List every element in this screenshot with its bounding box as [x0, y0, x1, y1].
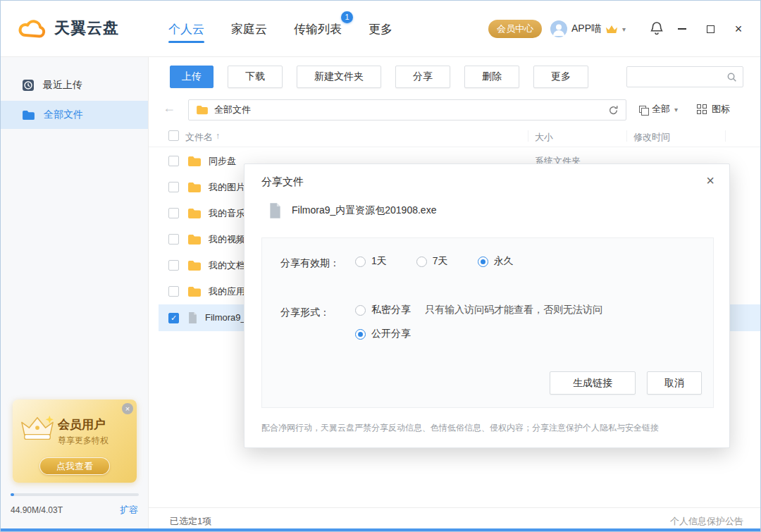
radio-option-1day[interactable]: 1天: [355, 255, 387, 268]
storage-progress-fill: [11, 493, 14, 496]
back-arrow-icon: ←: [163, 101, 175, 115]
close-button[interactable]: ×: [729, 20, 748, 37]
expand-storage-link[interactable]: 扩容: [120, 504, 138, 516]
radio-label: 1天: [371, 255, 387, 268]
new-folder-button[interactable]: 新建文件夹: [297, 66, 381, 88]
select-all-checkbox[interactable]: [168, 130, 179, 141]
nav-tab-label: 更多: [369, 23, 392, 36]
notifications-bell-button[interactable]: [650, 21, 663, 38]
dialog-close-button[interactable]: ×: [701, 171, 719, 190]
selection-count-text: 已选定1项: [170, 515, 211, 528]
main-nav: 个人云 家庭云 传输列表 1 更多: [167, 1, 394, 57]
row-checkbox[interactable]: [168, 260, 179, 271]
share-options-box: 分享有效期： 1天 7天 永久 分享形式： 私密分享 只有输: [261, 237, 714, 408]
close-icon: ×: [735, 22, 743, 37]
sidebar-item-recent-uploads[interactable]: 最近上传: [1, 71, 148, 99]
share-button[interactable]: 分享: [395, 66, 450, 88]
column-label: 文件名: [185, 131, 213, 144]
dialog-file-row: Filmora9_内置资源包201908.exe: [268, 202, 436, 219]
row-checkbox[interactable]: [168, 182, 179, 192]
more-button[interactable]: 更多: [533, 66, 588, 88]
radio-option-private-share[interactable]: 私密分享 只有输入访问码才能查看，否则无法访问: [355, 304, 602, 316]
minimize-icon: [678, 28, 686, 30]
current-path-text: 全部文件: [214, 104, 602, 116]
maximize-button[interactable]: [701, 20, 719, 37]
view-mode-toggle[interactable]: 图标: [697, 103, 730, 116]
view-mode-label: 图标: [712, 103, 730, 116]
row-checkbox[interactable]: [168, 286, 179, 297]
folder-icon: [187, 234, 202, 245]
close-icon: ×: [125, 404, 130, 413]
file-name: 我的文档: [209, 259, 245, 272]
shared-file-name: Filmora9_内置资源包201908.exe: [292, 204, 436, 217]
file-name: 同步盘: [209, 155, 236, 168]
close-icon: ×: [706, 173, 714, 188]
crown-graphic-icon: [20, 414, 55, 445]
member-center-button[interactable]: 会员中心: [488, 20, 542, 38]
bell-icon: [650, 21, 663, 35]
radio-option-forever[interactable]: 永久: [478, 255, 514, 268]
column-divider: [626, 130, 627, 142]
chevron-down-icon: ▾: [674, 106, 678, 113]
file-name: 我的视频: [209, 233, 245, 246]
storage-usage-text: 44.90M/4.03T: [11, 505, 63, 515]
radio-label: 永久: [494, 255, 514, 268]
search-input[interactable]: [627, 72, 726, 82]
refresh-button[interactable]: [608, 105, 619, 116]
promo-subtitle: 尊享更多特权: [58, 435, 109, 447]
grid-view-icon: [697, 104, 707, 114]
cancel-button[interactable]: 取消: [647, 371, 702, 395]
window-bottom-edge: [1, 528, 760, 531]
back-button[interactable]: ←: [163, 101, 175, 116]
radio-icon: [355, 305, 366, 316]
validity-label: 分享有效期：: [280, 257, 340, 270]
column-divider: [528, 130, 528, 142]
search-icon[interactable]: [726, 72, 737, 82]
nav-tab-personal-cloud[interactable]: 个人云: [167, 14, 206, 44]
recent-uploads-icon: [22, 79, 35, 92]
cloud-logo-icon: [18, 18, 49, 38]
nav-tab-family-cloud[interactable]: 家庭云: [230, 14, 268, 44]
membership-promo-card: × 会员用户 尊享更多特权 点我查看: [13, 400, 137, 483]
breadcrumb-path[interactable]: 全部文件: [188, 99, 626, 120]
promo-close-button[interactable]: ×: [122, 403, 133, 414]
row-checkbox[interactable]: [168, 234, 179, 245]
nav-tab-label: 家庭云: [231, 23, 267, 36]
sidebar: 最近上传 全部文件 × 会员用户 尊享更多特权 点我查看 44.9: [1, 57, 149, 531]
nav-tab-label: 个人云: [168, 23, 204, 36]
column-header-size[interactable]: 大小: [535, 131, 553, 144]
transfer-count-badge: 1: [341, 11, 353, 23]
nav-tab-transfer-list[interactable]: 传输列表 1: [292, 14, 343, 44]
refresh-icon: [608, 105, 619, 116]
column-header-name[interactable]: 文件名 ↑: [185, 131, 220, 144]
download-button[interactable]: 下载: [228, 66, 283, 88]
generate-link-button[interactable]: 生成链接: [550, 371, 636, 395]
validity-options: 1天 7天 永久: [355, 255, 514, 268]
radio-icon: [416, 256, 427, 267]
upload-button[interactable]: 上传: [170, 66, 214, 88]
privacy-notice-link[interactable]: 个人信息保护公告: [670, 515, 743, 528]
maximize-icon: [707, 25, 714, 33]
radio-icon-selected: [355, 329, 366, 340]
filter-dropdown[interactable]: 全部 ▾: [639, 103, 678, 116]
account-menu[interactable]: APP喵 ▾: [550, 19, 626, 39]
minimize-button[interactable]: [673, 20, 691, 37]
blue-folder-icon: [22, 110, 35, 120]
radio-option-public-share[interactable]: 公开分享: [355, 328, 411, 340]
radio-option-7day[interactable]: 7天: [416, 255, 448, 268]
sort-asc-icon: ↑: [216, 131, 220, 144]
row-checkbox-checked[interactable]: ✓: [168, 313, 179, 323]
chevron-down-icon: ▾: [622, 25, 626, 33]
sidebar-item-all-files[interactable]: 全部文件: [1, 101, 148, 129]
nav-tab-more[interactable]: 更多: [367, 14, 394, 44]
column-header-modified[interactable]: 修改时间: [633, 131, 670, 144]
status-bar: 已选定1项 个人信息保护公告: [149, 507, 760, 531]
delete-button[interactable]: 删除: [464, 66, 519, 88]
storage-progress-bar: [11, 493, 139, 496]
sidebar-item-label: 最近上传: [43, 79, 82, 92]
promo-view-button[interactable]: 点我查看: [39, 457, 110, 475]
file-icon: [268, 202, 282, 219]
row-checkbox[interactable]: [168, 208, 179, 218]
row-checkbox[interactable]: [168, 156, 179, 166]
share-type-label: 分享形式：: [280, 307, 330, 319]
